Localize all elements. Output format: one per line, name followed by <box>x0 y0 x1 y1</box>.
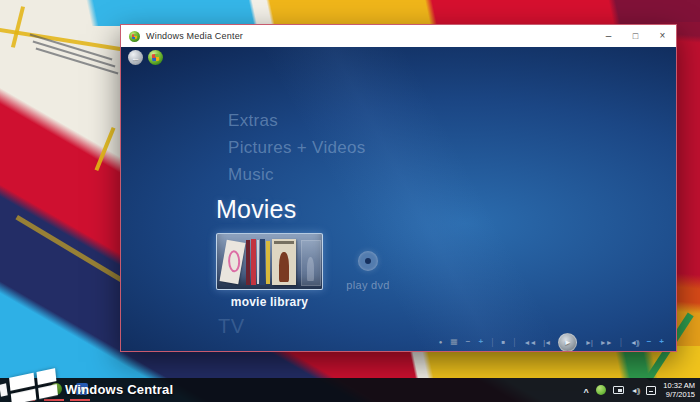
movie-library-label[interactable]: movie library <box>216 295 323 309</box>
next-button[interactable]: ►| <box>585 339 592 346</box>
wallpaper-top-stroke <box>0 0 700 26</box>
wallpaper-gray-streak <box>36 47 119 74</box>
menu-item-tv[interactable]: TV <box>218 315 245 338</box>
fast-forward-button[interactable]: ►► <box>600 339 612 346</box>
minimize-button[interactable]: – <box>595 25 622 47</box>
separator: | <box>491 338 493 347</box>
windows-central-label: Windows Central <box>65 382 173 397</box>
back-button[interactable]: ← <box>128 50 143 65</box>
play-button[interactable]: ► <box>558 333 577 352</box>
menu-item-pictures-videos[interactable]: Pictures + Videos <box>228 138 366 158</box>
tray-display-icon[interactable] <box>613 386 624 394</box>
tray-green-app-icon[interactable] <box>596 385 606 395</box>
dvd-spine <box>266 241 270 284</box>
transport-controls: ● ▦ − + | ■ | ◄◄ |◄ ► ►| ►► | ◄)) − + <box>439 332 664 351</box>
wallpaper-yellow-line <box>0 27 131 53</box>
dvd-spine <box>260 239 265 285</box>
separator: | <box>513 338 515 347</box>
guide-icon[interactable]: ▦ <box>450 338 458 346</box>
previous-button[interactable]: |◄ <box>543 339 550 346</box>
channel-down-button[interactable]: − <box>466 338 471 346</box>
volume-up-button[interactable]: + <box>659 338 664 346</box>
system-tray: ^ ◄)) 10:32 AM 9/7/2015 <box>583 378 700 402</box>
flag-pane <box>11 389 37 402</box>
tray-chevron-icon[interactable]: ^ <box>583 387 588 397</box>
volume-icon[interactable]: ◄)) <box>630 339 639 346</box>
running-app-indicator <box>70 399 90 401</box>
play-dvd-disc-icon[interactable] <box>358 251 378 271</box>
dvd-case <box>219 240 245 285</box>
menu-item-music[interactable]: Music <box>228 165 274 185</box>
wallpaper-yellow-line <box>95 127 116 171</box>
window-title: Windows Media Center <box>146 31 595 41</box>
record-button[interactable]: ● <box>439 339 443 345</box>
dvd-spine <box>257 240 259 284</box>
dvd-spine <box>251 239 256 285</box>
channel-up-button[interactable]: + <box>479 338 484 346</box>
media-center-app-icon <box>129 31 140 42</box>
action-center-icon[interactable] <box>646 386 656 395</box>
media-center-home-button[interactable] <box>148 50 163 65</box>
separator: | <box>620 338 622 347</box>
wallpaper-yellow-line <box>15 215 122 282</box>
running-app-indicator <box>44 399 64 401</box>
volume-down-button[interactable]: − <box>647 338 652 346</box>
menu-item-extras[interactable]: Extras <box>228 111 278 131</box>
taskbar-clock[interactable]: 10:32 AM 9/7/2015 <box>663 381 695 399</box>
close-button[interactable]: × <box>649 25 676 47</box>
stop-button[interactable]: ■ <box>502 339 506 345</box>
clock-date: 9/7/2015 <box>666 390 695 399</box>
tray-volume-icon[interactable]: ◄)) <box>631 387 640 394</box>
dvd-case <box>301 240 321 286</box>
menu-item-movies-selected[interactable]: Movies <box>216 195 296 224</box>
movie-library-tile[interactable] <box>216 233 323 290</box>
dvd-cover-art <box>228 250 241 272</box>
dvd-spine <box>246 240 250 285</box>
dvd-cover-figure <box>279 252 289 282</box>
dvd-cover-title <box>274 241 294 244</box>
dvd-cover-figure <box>307 257 314 281</box>
flag-pane <box>36 368 56 385</box>
dvd-case <box>272 239 296 285</box>
start-button-fragment[interactable] <box>0 383 8 397</box>
play-dvd-label[interactable]: play dvd <box>341 279 395 291</box>
rewind-button[interactable]: ◄◄ <box>524 339 536 346</box>
media-center-content: ← Extras Pictures + Videos Music Movies … <box>121 47 676 351</box>
media-center-window: Windows Media Center – □ × ← Extras Pict… <box>120 24 677 352</box>
window-titlebar[interactable]: Windows Media Center – □ × <box>121 25 676 47</box>
maximize-button[interactable]: □ <box>622 25 649 47</box>
clock-time: 10:32 AM <box>663 381 695 390</box>
